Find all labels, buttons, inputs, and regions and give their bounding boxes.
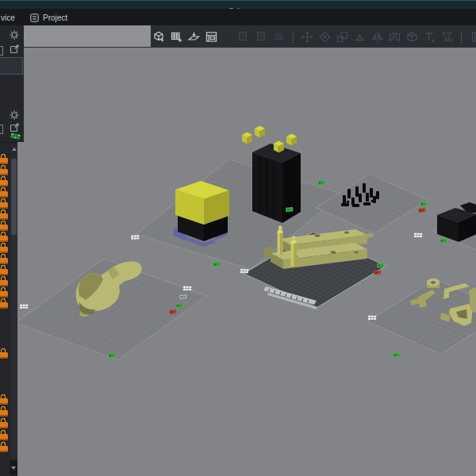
clipped-icon-fragment	[0, 46, 3, 56]
lock-body	[0, 269, 8, 275]
lock-icon[interactable]	[0, 176, 9, 186]
gear-icon[interactable]	[9, 29, 20, 40]
drain-hole-icon[interactable]	[440, 30, 454, 44]
clipped-edge-icon[interactable]	[470, 30, 476, 44]
lock-icon[interactable]	[0, 406, 9, 416]
lock-icon[interactable]	[0, 276, 9, 286]
lock-body	[0, 291, 8, 298]
lock-body	[0, 302, 8, 309]
left-sidebar-model-list	[0, 142, 17, 476]
lock-body	[0, 258, 8, 264]
text-tool-icon[interactable]	[423, 30, 436, 44]
lock-icon[interactable]	[0, 254, 9, 264]
toolbar-separator	[293, 31, 294, 43]
scroll-down-button[interactable]	[10, 460, 17, 475]
open-external-icon[interactable]	[10, 44, 20, 54]
mirror-icon[interactable]	[370, 30, 384, 44]
tab-bar: vice Project	[0, 9, 476, 25]
lock-icon[interactable]	[0, 287, 9, 298]
lock-body	[0, 352, 8, 359]
lock-icon[interactable]	[0, 442, 9, 452]
move-icon[interactable]	[301, 30, 314, 44]
lock-icon[interactable]	[0, 298, 9, 309]
app-window: Bolter vice Project	[0, 0, 476, 476]
model-minifig-box[interactable]	[174, 181, 229, 247]
scroll-up-button[interactable]	[10, 145, 17, 154]
lock-icon[interactable]	[0, 243, 9, 253]
lock-body	[0, 236, 8, 242]
split-icon[interactable]	[388, 30, 401, 44]
lock-body	[0, 169, 8, 175]
clipped-icon-fragment	[0, 125, 3, 134]
lock-body	[0, 191, 8, 198]
lock-body	[0, 158, 8, 164]
viewport-3d[interactable]	[17, 48, 476, 476]
lock-body	[0, 398, 8, 405]
tab-device-label: vice	[1, 13, 15, 22]
build-plate-back-mid[interactable]	[316, 175, 428, 234]
lock-body	[0, 434, 8, 440]
lock-icon[interactable]	[0, 198, 9, 209]
orient-face-icon[interactable]	[405, 30, 419, 44]
tab-project[interactable]: Project	[30, 11, 67, 24]
lock-icon[interactable]	[0, 348, 9, 359]
sidebar-input-field[interactable]	[0, 57, 23, 75]
lock-icon[interactable]	[0, 430, 9, 440]
gear-icon[interactable]	[9, 109, 20, 121]
plate-manager-icon[interactable]	[205, 30, 218, 44]
tab-project-label: Project	[43, 13, 67, 22]
lock-icon[interactable]	[0, 232, 9, 242]
lock-icon[interactable]	[0, 418, 9, 428]
window-titlebar: Bolter	[0, 0, 476, 9]
model-black-box[interactable]	[437, 202, 476, 242]
toolbar-separator	[461, 31, 462, 43]
duplicate-plate-icon[interactable]	[237, 30, 251, 44]
rotate-icon[interactable]	[318, 30, 332, 44]
plate-layers-icon[interactable]	[272, 30, 286, 44]
lay-flat-icon[interactable]	[353, 30, 367, 44]
lock-body	[0, 280, 8, 286]
lock-icon[interactable]	[0, 209, 9, 220]
lock-body	[0, 202, 8, 209]
plate-name-field[interactable]	[24, 25, 151, 47]
lock-icon[interactable]	[0, 394, 9, 405]
lock-body	[0, 247, 8, 253]
add-model-icon[interactable]	[152, 30, 166, 44]
tab-device-truncated[interactable]: vice	[1, 11, 15, 24]
lock-body	[0, 410, 8, 416]
lock-icon[interactable]	[0, 154, 9, 164]
lock-body	[0, 225, 8, 231]
left-sidebar-tools	[0, 25, 24, 142]
lock-body	[0, 180, 8, 186]
plates-green-icon[interactable]	[10, 132, 21, 141]
lock-icon[interactable]	[0, 165, 9, 175]
lock-icon[interactable]	[0, 221, 9, 231]
lock-icon[interactable]	[0, 265, 9, 275]
lock-body	[0, 422, 8, 428]
lock-body	[0, 446, 8, 452]
import-model-icon[interactable]	[187, 30, 201, 44]
lock-body	[0, 213, 8, 220]
paste-plate-icon[interactable]	[255, 30, 268, 44]
scale-icon[interactable]	[336, 30, 349, 44]
add-build-plate-icon[interactable]	[170, 30, 183, 44]
scrollbar-thumb[interactable]	[11, 159, 17, 235]
lock-icon[interactable]	[0, 187, 9, 198]
main-toolbar	[24, 25, 476, 48]
project-tab-icon	[30, 13, 39, 22]
